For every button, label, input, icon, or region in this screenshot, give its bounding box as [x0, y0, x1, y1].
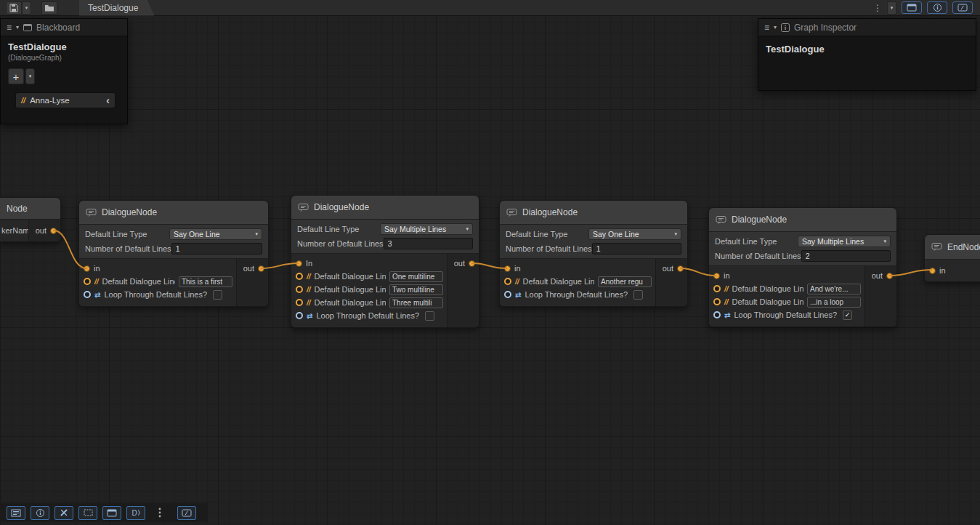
toggle-preview-button[interactable] — [952, 1, 973, 14]
loop-port[interactable] — [84, 291, 91, 298]
menu-icon[interactable]: ≡ — [7, 23, 12, 32]
dialogue-line-port[interactable] — [296, 299, 303, 306]
graph-canvas[interactable]: ▾ TestDialogue ⋮ ▾ — [0, 0, 980, 525]
num-lines-input[interactable]: 1 — [592, 243, 681, 255]
toggle-minimap-button[interactable] — [78, 506, 97, 520]
dialogue-line-input[interactable]: And we're... — [807, 284, 861, 294]
out-port[interactable] — [258, 265, 264, 272]
out-port-label: out — [663, 264, 673, 273]
toggle-info-button[interactable] — [31, 506, 49, 520]
num-lines-label: Number of Default Lines — [297, 239, 384, 248]
toggle-console-button[interactable] — [7, 506, 25, 520]
num-lines-input[interactable]: 3 — [384, 238, 473, 249]
end-node[interactable]: EndNode in — [924, 234, 980, 282]
dialogue-line-port[interactable] — [296, 286, 303, 293]
panel-title: Graph Inspector — [794, 23, 857, 33]
save-button[interactable] — [6, 1, 22, 15]
dialogue-node-icon — [298, 203, 309, 212]
chevron-down-icon: ▾ — [29, 73, 32, 79]
inspector-header[interactable]: ≡ ▾ Graph Inspector — [758, 19, 976, 36]
save-dropdown-button[interactable]: ▾ — [22, 1, 31, 15]
toggle-dialogue-preview-button[interactable]: D — [126, 506, 145, 520]
line-type-dropdown[interactable]: Say One Line ▾ — [588, 228, 681, 240]
toggle-blackboard-button[interactable] — [102, 506, 121, 520]
line-type-dropdown[interactable]: Say Multiple Lines ▾ — [380, 223, 473, 235]
in-port[interactable] — [713, 273, 720, 279]
dialogue-line-input[interactable]: This is a first — [179, 276, 232, 287]
out-port[interactable] — [677, 265, 684, 272]
out-port[interactable] — [886, 273, 893, 279]
blackboard-graph-type: (DialogueGraph) — [8, 54, 120, 62]
out-port[interactable] — [50, 228, 57, 234]
breadcrumb-tab[interactable]: TestDialogue — [79, 0, 154, 16]
toggle-blackboard-button[interactable] — [902, 1, 922, 14]
add-property-button[interactable]: + — [8, 68, 24, 84]
node-title-bar[interactable]: DialogueNode — [291, 196, 479, 220]
loop-checkbox[interactable] — [213, 290, 222, 300]
loop-checkbox[interactable] — [633, 290, 643, 300]
loop-checkbox[interactable]: ✓ — [843, 310, 852, 320]
open-asset-button[interactable] — [41, 1, 57, 15]
loop-port[interactable] — [504, 291, 511, 298]
save-icon — [9, 4, 18, 12]
view-options-button[interactable]: ▾ — [887, 1, 896, 15]
dialogue-line-label: Default Dialogue Line 1 — [732, 284, 803, 293]
loop-checkbox[interactable] — [425, 311, 434, 321]
node-title-bar[interactable]: DialogueNode — [500, 201, 687, 225]
node-title-bar[interactable]: DialogueNode — [79, 201, 268, 225]
line-type-dropdown[interactable]: Say Multiple Lines ▾ — [798, 236, 891, 247]
dialogue-line-port[interactable] — [296, 273, 303, 280]
out-port[interactable] — [469, 260, 475, 267]
blackboard-panel[interactable]: ≡ ▾ Blackboard TestDialogue (DialogueGra… — [0, 18, 128, 124]
chevron-down-icon: ▾ — [25, 5, 28, 10]
node-title: EndNode — [947, 242, 980, 252]
dialogue-node-2[interactable]: DialogueNode Default Line Type Say Multi… — [291, 195, 479, 328]
dialogue-line-input[interactable]: One multiline — [389, 271, 443, 282]
loop-port[interactable] — [713, 311, 721, 318]
collapse-icon[interactable]: ▾ — [774, 25, 777, 31]
blackboard-property-row[interactable]: // Anna-Lyse ‹ — [15, 92, 116, 108]
dialogue-node-4[interactable]: DialogueNode Default Line Type Say Multi… — [708, 207, 897, 327]
dialogue-line-input[interactable]: Two multiline — [389, 284, 443, 295]
in-port-label: in — [724, 271, 730, 280]
dialogue-line-port[interactable] — [84, 278, 91, 285]
inspector-graph-name: TestDialogue — [758, 36, 976, 62]
blackboard-header[interactable]: ≡ ▾ Blackboard — [1, 19, 127, 36]
num-lines-input[interactable]: 2 — [801, 250, 891, 262]
line-type-dropdown[interactable]: Say One Line ▾ — [169, 228, 262, 240]
chevron-down-icon: ▾ — [674, 231, 677, 237]
speaker-node[interactable]: Node kerName out — [0, 197, 61, 242]
loop-port[interactable] — [296, 312, 303, 319]
add-property-dropdown[interactable]: ▾ — [25, 68, 35, 84]
out-port-label: out — [243, 264, 254, 273]
dialogue-line-port[interactable] — [504, 278, 511, 285]
node-title: Node — [7, 204, 28, 214]
dialogue-line-port[interactable] — [713, 298, 721, 305]
more-options-button[interactable] — [150, 506, 169, 520]
node-title-bar[interactable]: EndNode — [925, 235, 980, 260]
dialogue-icon: D — [131, 508, 141, 517]
toggle-tools-button[interactable] — [54, 506, 73, 520]
node-title-bar[interactable]: Node — [0, 198, 60, 220]
node-title-bar[interactable]: DialogueNode — [709, 208, 896, 232]
in-port[interactable] — [504, 265, 511, 272]
dialogue-line-input[interactable]: ...in a loop — [807, 297, 861, 308]
menu-icon[interactable]: ≡ — [764, 23, 769, 32]
collapse-icon[interactable]: ▾ — [16, 25, 19, 31]
property-name: Anna-Lyse — [30, 96, 102, 105]
toggle-inspector-button[interactable] — [927, 1, 947, 14]
dialogue-node-1[interactable]: DialogueNode Default Line Type Say One L… — [78, 200, 269, 307]
in-port[interactable] — [84, 265, 90, 272]
toggle-script-button[interactable] — [177, 506, 196, 520]
in-port[interactable] — [296, 260, 302, 267]
dialogue-node-3[interactable]: DialogueNode Default Line Type Say One L… — [499, 200, 688, 307]
chevron-left-icon[interactable]: ‹ — [106, 95, 110, 105]
dialogue-line-input[interactable]: Three multili — [389, 297, 443, 308]
graph-inspector-panel[interactable]: ≡ ▾ Graph Inspector TestDialogue — [758, 18, 976, 91]
overflow-menu-icon[interactable]: ⋮ — [873, 4, 882, 12]
in-port[interactable] — [929, 268, 936, 274]
dialogue-line-port[interactable] — [713, 285, 721, 292]
in-port-label: In — [306, 259, 312, 268]
dialogue-line-input[interactable]: Another regu — [598, 276, 652, 287]
num-lines-input[interactable]: 1 — [171, 243, 262, 255]
